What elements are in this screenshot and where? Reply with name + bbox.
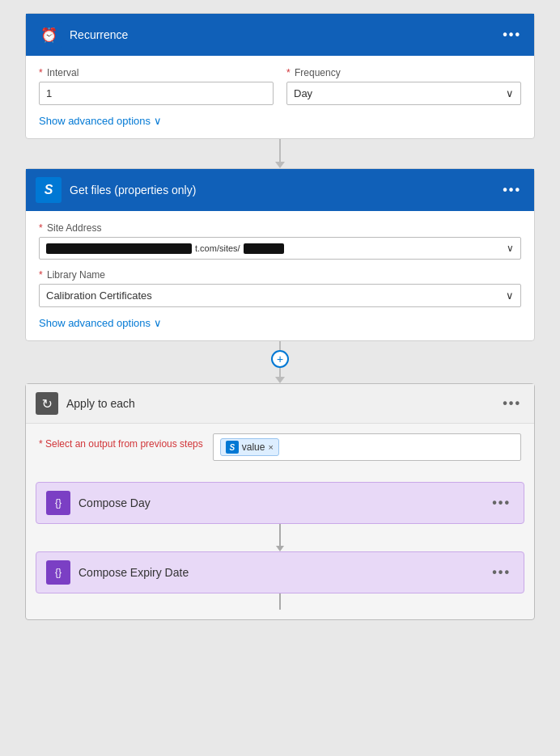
sp-letter-icon: S [45, 183, 53, 197]
get-files-header: S Get files (properties only) ••• [26, 169, 534, 211]
get-files-advanced-label: Show advanced options [39, 317, 151, 329]
compose-expiry-header: {} Compose Expiry Date ••• [36, 552, 524, 593]
frequency-label: * Frequency [286, 67, 521, 78]
apply-each-header: ↺ Apply to each ••• [26, 384, 534, 424]
redacted-bar [46, 243, 192, 254]
output-field[interactable]: S value × [213, 433, 521, 461]
frequency-select[interactable]: Day ∨ [286, 82, 521, 105]
connector-plus: + [271, 341, 289, 383]
tag-sp-letter: S [229, 443, 235, 452]
get-files-title: Get files (properties only) [70, 184, 499, 196]
get-files-advanced[interactable]: Show advanced options ∨ [39, 317, 521, 329]
recurrence-menu[interactable]: ••• [499, 24, 524, 45]
interval-input[interactable] [39, 82, 274, 105]
site-address-select[interactable]: t.com/sites/ ∨ [39, 237, 521, 260]
chevron-down-icon: ∨ [506, 289, 514, 302]
recurrence-title: Recurrence [70, 28, 499, 41]
recurrence-advanced-label: Show advanced options [39, 115, 151, 127]
inner-cards: {} Compose Day ••• {} Compose Expiry Dat… [26, 482, 534, 619]
compose-day-card: {} Compose Day ••• [36, 482, 524, 524]
chevron-down-icon: ∨ [154, 115, 162, 127]
library-value: Calibration Certificates [46, 289, 152, 302]
interval-required: * [39, 67, 43, 78]
output-label: * Select an output from previous steps [39, 433, 203, 450]
recurrence-header: ⏰ Recurrence ••• [26, 14, 534, 56]
site-required: * [39, 222, 43, 234]
sharepoint-icon: S [36, 177, 62, 203]
compose-day-header: {} Compose Day ••• [36, 483, 524, 523]
library-label: * Library Name [39, 269, 521, 281]
loop-icon: ↺ [42, 396, 53, 412]
interval-label: * Interval [39, 67, 274, 78]
compose-expiry-menu[interactable]: ••• [489, 562, 514, 583]
compose-expiry-card: {} Compose Expiry Date ••• [36, 551, 524, 593]
site-address-label: * Site Address [39, 222, 521, 234]
get-files-menu[interactable]: ••• [499, 179, 524, 201]
apply-each-icon: ↺ [36, 392, 58, 415]
output-select-row: * Select an output from previous steps S… [39, 433, 521, 461]
compose-day-title: Compose Day [78, 496, 489, 509]
recurrence-body: * Interval * Frequency Day ∨ [26, 56, 534, 138]
site-address-group: * Site Address t.com/sites/ ∨ [39, 222, 521, 260]
connector-arrow-1 [275, 162, 285, 168]
connector-line-top [279, 341, 281, 350]
clock-icon: ⏰ [40, 27, 57, 44]
library-required: * [39, 269, 43, 281]
chevron-down-icon: ∨ [154, 317, 162, 329]
connector-arrow-2 [275, 377, 285, 383]
frequency-group: * Frequency Day ∨ [286, 67, 521, 105]
inner-connector [276, 524, 284, 551]
value-tag-label: value [242, 441, 265, 453]
bottom-line [279, 593, 281, 610]
library-name-group: * Library Name Calibration Certificates … [39, 269, 521, 307]
frequency-required: * [286, 67, 291, 78]
value-tag-remove[interactable]: × [268, 442, 273, 452]
get-files-body: * Site Address t.com/sites/ ∨ * Library … [26, 211, 534, 340]
compose-day-icon: {} [46, 491, 70, 515]
flow-canvas: ⏰ Recurrence ••• * Interval * Frequency [13, 13, 547, 620]
compose-icon-symbol: {} [55, 497, 62, 509]
value-tag: S value × [220, 438, 279, 456]
chevron-down-icon: ∨ [507, 243, 514, 254]
recurrence-card: ⏰ Recurrence ••• * Interval * Frequency [25, 13, 535, 139]
redacted-bar-2 [244, 243, 284, 254]
frequency-value: Day [294, 87, 312, 99]
add-step-button[interactable]: + [271, 350, 289, 368]
connector-1 [275, 139, 285, 168]
interval-group: * Interval [39, 67, 274, 105]
inner-connector-line [279, 524, 281, 546]
inner-connector-arrow [276, 546, 284, 551]
apply-each-card: ↺ Apply to each ••• * Select an output f… [25, 383, 535, 620]
apply-each-menu[interactable]: ••• [499, 393, 524, 414]
recurrence-advanced[interactable]: Show advanced options ∨ [39, 115, 521, 127]
apply-each-title: Apply to each [66, 397, 499, 410]
connector-line-mid [279, 368, 281, 377]
compose-expiry-icon-symbol: {} [55, 567, 62, 578]
apply-each-body: * Select an output from previous steps S… [26, 424, 534, 482]
site-address-redacted: t.com/sites/ [46, 243, 284, 254]
chevron-down-icon: ∨ [506, 87, 514, 99]
library-select[interactable]: Calibration Certificates ∨ [39, 284, 521, 307]
connector-line-1 [279, 139, 281, 162]
compose-day-menu[interactable]: ••• [489, 492, 514, 513]
recurrence-fields: * Interval * Frequency Day ∨ [39, 67, 521, 105]
compose-expiry-title: Compose Expiry Date [78, 566, 489, 579]
get-files-card: S Get files (properties only) ••• * Site… [25, 168, 535, 341]
compose-expiry-icon: {} [46, 560, 70, 585]
tag-sharepoint-icon: S [226, 441, 239, 454]
recurrence-icon: ⏰ [36, 22, 62, 48]
